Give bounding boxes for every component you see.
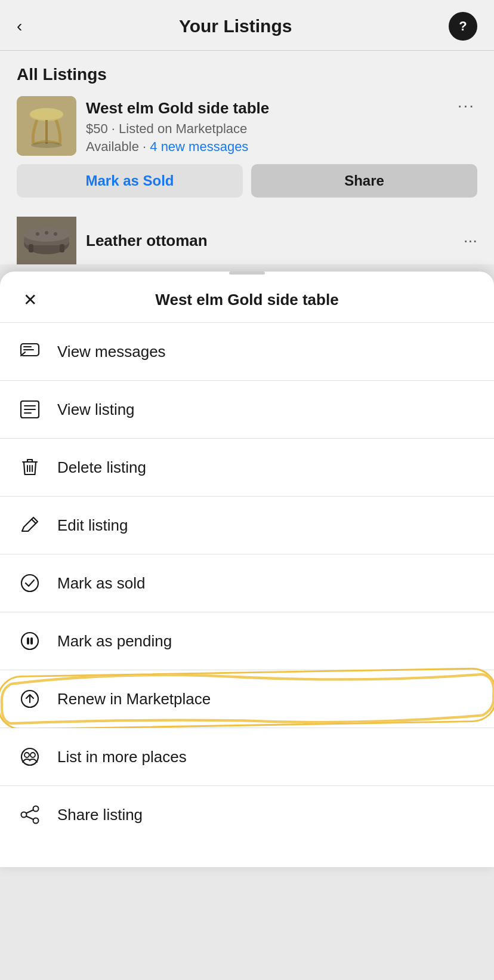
svg-point-33 bbox=[21, 812, 27, 818]
section-title: All Listings bbox=[17, 65, 477, 84]
menu-label-delete-listing: Delete listing bbox=[57, 458, 146, 477]
menu-label-mark-as-sold: Mark as sold bbox=[57, 574, 145, 593]
menu-item-delete-listing[interactable]: Delete listing bbox=[0, 439, 494, 496]
listing-title-2: Leather ottoman bbox=[86, 232, 208, 250]
menu-item-mark-as-sold[interactable]: Mark as sold bbox=[0, 554, 494, 612]
listing-status: · bbox=[112, 121, 119, 136]
menu-label-view-messages: View messages bbox=[57, 343, 166, 361]
listing-price-value: $50 bbox=[86, 121, 108, 136]
menu-label-list-more-places: List in more places bbox=[57, 748, 187, 766]
listing-price-1: $50 · Listed on Marketplace bbox=[86, 121, 446, 137]
listing-more-button-1[interactable]: ··· bbox=[455, 96, 477, 115]
svg-rect-13 bbox=[60, 244, 64, 252]
svg-point-10 bbox=[45, 231, 48, 235]
page-title: Your Listings bbox=[179, 16, 292, 36]
svg-line-34 bbox=[26, 810, 33, 813]
menu-item-renew-marketplace[interactable]: Renew in Marketplace bbox=[0, 670, 494, 728]
close-button[interactable]: ✕ bbox=[17, 286, 43, 313]
svg-point-28 bbox=[21, 748, 38, 765]
svg-rect-12 bbox=[29, 244, 33, 252]
svg-point-2 bbox=[30, 108, 63, 120]
menu-label-view-listing: View listing bbox=[57, 400, 135, 419]
svg-point-32 bbox=[33, 818, 39, 824]
sheet-title: West elm Gold side table bbox=[43, 291, 451, 309]
sheet-header: ✕ West elm Gold side table bbox=[0, 275, 494, 322]
menu-item-edit-listing[interactable]: Edit listing bbox=[0, 497, 494, 554]
menu-item-mark-as-pending[interactable]: Mark as pending bbox=[0, 612, 494, 670]
svg-point-24 bbox=[21, 633, 38, 649]
menu-item-list-more-places[interactable]: List in more places bbox=[0, 728, 494, 785]
menu-label-renew-marketplace: Renew in Marketplace bbox=[57, 690, 211, 708]
pencil-icon bbox=[17, 512, 43, 538]
listing-item-1: West elm Gold side table $50 · Listed on… bbox=[17, 96, 477, 207]
svg-point-11 bbox=[54, 232, 57, 236]
share-button[interactable]: Share bbox=[251, 164, 477, 198]
people-circle-icon bbox=[17, 744, 43, 770]
svg-line-35 bbox=[26, 816, 33, 820]
svg-point-4 bbox=[31, 142, 62, 148]
menu-item-view-messages[interactable]: View messages bbox=[0, 323, 494, 380]
listing-marketplace-status: Listed on Marketplace bbox=[119, 121, 247, 136]
mark-as-sold-button[interactable]: Mark as Sold bbox=[17, 164, 243, 198]
menu-label-edit-listing: Edit listing bbox=[57, 516, 128, 535]
svg-rect-25 bbox=[27, 637, 29, 645]
check-circle-icon bbox=[17, 570, 43, 596]
listing-actions-1: Mark as Sold Share bbox=[17, 164, 477, 198]
menu-label-mark-as-pending: Mark as pending bbox=[57, 632, 172, 651]
menu-item-share-listing[interactable]: Share listing bbox=[0, 786, 494, 843]
svg-point-29 bbox=[24, 753, 29, 757]
listing-info-1: West elm Gold side table $50 · Listed on… bbox=[86, 96, 446, 155]
svg-point-30 bbox=[30, 753, 35, 757]
menu-item-view-listing[interactable]: View listing bbox=[0, 381, 494, 438]
trash-icon bbox=[17, 454, 43, 480]
svg-point-31 bbox=[33, 806, 39, 812]
listing-thumbnail-1[interactable] bbox=[17, 96, 76, 156]
listing-availability-1: Available · 4 new messages bbox=[86, 139, 446, 155]
new-messages-link[interactable]: 4 new messages bbox=[150, 139, 248, 154]
svg-point-9 bbox=[36, 232, 39, 236]
listings-section: All Listings bbox=[0, 51, 494, 264]
top-bar: ‹ Your Listings ? bbox=[0, 0, 494, 50]
upload-circle-icon bbox=[17, 686, 43, 712]
listing-thumbnail-2[interactable] bbox=[17, 217, 76, 264]
list-icon bbox=[17, 396, 43, 423]
back-button[interactable]: ‹ bbox=[17, 17, 22, 36]
menu-label-share-listing: Share listing bbox=[57, 806, 143, 824]
share-icon bbox=[17, 802, 43, 828]
pause-circle-icon bbox=[17, 628, 43, 654]
help-button[interactable]: ? bbox=[449, 12, 477, 41]
listing-item-2: Leather ottoman ··· bbox=[17, 207, 477, 264]
svg-rect-26 bbox=[30, 637, 33, 645]
bottom-sheet: ✕ West elm Gold side table View messages bbox=[0, 272, 494, 867]
message-icon bbox=[17, 338, 43, 365]
listing-title-1: West elm Gold side table bbox=[86, 98, 446, 119]
svg-point-23 bbox=[21, 575, 38, 591]
listing-more-button-2[interactable]: ··· bbox=[464, 231, 477, 250]
